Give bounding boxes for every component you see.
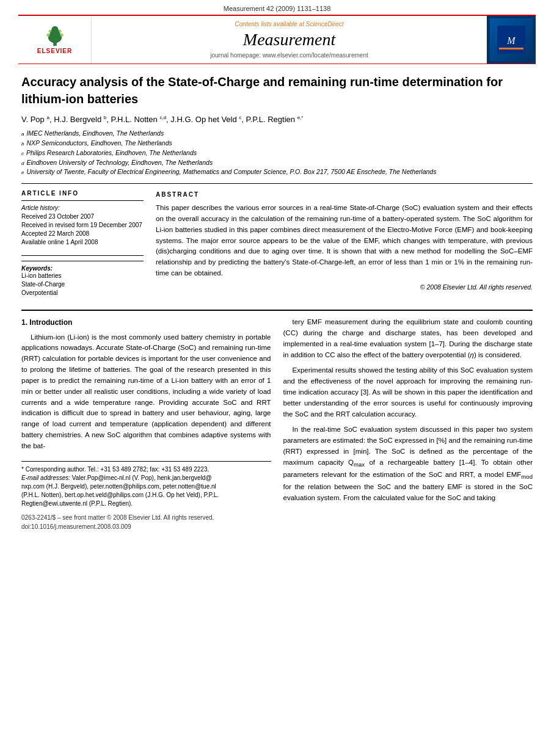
keyword-1: Li-ion batteries (21, 272, 144, 280)
keywords-section: Keywords: Li-ion batteries State-of-Char… (21, 261, 144, 297)
body-col1-para1: Lithium-ion (Li-ion) is the most commonl… (21, 332, 271, 452)
contents-label: Contents lists available at (235, 21, 304, 27)
science-direct-link: Contents lists available at ScienceDirec… (235, 21, 344, 27)
affiliation-b: b NXP Semiconductors, Eindhoven, The Net… (21, 139, 533, 148)
elsevier-logo-area: ELSEVIER (18, 16, 92, 64)
bottom-meta: 0263-2241/$ – see front matter © 2008 El… (21, 513, 271, 532)
aff-d-text: Eindhoven University of Technology, Eind… (26, 158, 213, 168)
svg-text:M: M (506, 35, 516, 46)
body-col2-para2: Experimental results showed the testing … (283, 365, 533, 420)
abstract-label: ABSTRACT (156, 190, 533, 199)
article-title: Accuracy analysis of the State-of-Charge… (21, 73, 533, 107)
history-section: Article history: Received 23 October 200… (21, 205, 144, 247)
journal-ref: Measurement 42 (2009) 1131–1138 (224, 5, 331, 12)
revised-date: Received in revised form 19 December 200… (21, 221, 144, 230)
svg-point-5 (60, 34, 64, 37)
elsevier-tree-icon (40, 25, 70, 46)
body-section: 1. Introduction Lithium-ion (Li-ion) is … (21, 310, 533, 532)
body-two-col: 1. Introduction Lithium-ion (Li-ion) is … (21, 317, 533, 532)
top-meta: Measurement 42 (2009) 1131–1138 (0, 0, 554, 15)
doi-line: doi:10.1016/j.measurement.2008.03.009 (21, 522, 271, 532)
article-info-col: ARTICLE INFO Article history: Received 2… (21, 190, 144, 297)
keywords-label: Keywords: (21, 265, 144, 272)
authors-line: V. Pop a, H.J. Bergveld b, P.H.L. Notten… (21, 115, 533, 124)
svg-point-3 (51, 26, 58, 33)
history-label: Article history: (21, 205, 144, 211)
svg-point-4 (46, 34, 50, 37)
footnote-star: * Corresponding author. Tel.: +31 53 489… (21, 465, 271, 474)
journal-logo-box: M (490, 18, 533, 61)
abstract-text: This paper describes the various error s… (156, 203, 533, 279)
svg-point-7 (58, 30, 61, 33)
affiliation-a: a IMEC Netherlands, Eindhoven, The Nethe… (21, 129, 533, 139)
journal-title: Measurement (243, 30, 335, 49)
affiliation-c: c Philips Research Laboratories, Eindhov… (21, 148, 533, 158)
banner-right: M (487, 16, 536, 64)
affiliation-d: d Eindhoven University of Technology, Ei… (21, 158, 533, 168)
aff-b-text: NXP Semiconductors, Eindhoven, The Nethe… (26, 139, 172, 148)
body-left-col: 1. Introduction Lithium-ion (Li-ion) is … (21, 317, 271, 532)
accepted-date: Accepted 22 March 2008 (21, 230, 144, 238)
aff-e-text: University of Twente, Faculty of Electri… (26, 167, 436, 177)
elsevier-text: ELSEVIER (37, 48, 72, 54)
received-date: Received 23 October 2007 (21, 213, 144, 221)
footnote-area: * Corresponding author. Tel.: +31 53 489… (21, 461, 271, 508)
main-content: Accuracy analysis of the State-of-Charge… (0, 64, 554, 544)
copyright-line: © 2008 Elsevier Ltd. All rights reserved… (156, 283, 533, 293)
body-col2-para1: tery EMF measurement during the equilibr… (283, 317, 533, 360)
banner-center: Contents lists available at ScienceDirec… (92, 16, 487, 64)
footnote-emails: E-mail addresses: Valer.Pop@imec-nl.nl (… (21, 474, 271, 508)
elsevier-logo: ELSEVIER (27, 23, 82, 57)
svg-rect-10 (499, 48, 523, 49)
body-col2-para3: In the real-time SoC evaluation system d… (283, 424, 533, 503)
page: Measurement 42 (2009) 1131–1138 ELSEVIER (0, 0, 554, 756)
section1-heading: 1. Introduction (21, 317, 271, 329)
article-info-abstract: ARTICLE INFO Article history: Received 2… (21, 190, 533, 297)
affiliation-e: e University of Twente, Faculty of Elect… (21, 167, 533, 177)
aff-a-text: IMEC Netherlands, Eindhoven, The Netherl… (26, 129, 164, 139)
journal-homepage: journal homepage: www.elsevier.com/locat… (210, 52, 368, 59)
divider (21, 183, 533, 184)
journal-banner: ELSEVIER Contents lists available at Sci… (18, 15, 536, 64)
aff-c-text: Philips Research Laboratories, Eindhoven… (26, 148, 197, 158)
keyword-2: State-of-Charge (21, 280, 144, 289)
abstract-col: ABSTRACT This paper describes the variou… (156, 190, 533, 297)
journal-logo-icon: M (496, 24, 527, 55)
affiliations: a IMEC Netherlands, Eindhoven, The Nethe… (21, 129, 533, 177)
article-info-box: Article history: Received 23 October 200… (21, 200, 144, 256)
body-right-col: tery EMF measurement during the equilibr… (283, 317, 533, 532)
authors-text: V. Pop a, H.J. Bergveld b, P.H.L. Notten… (21, 115, 303, 124)
svg-point-6 (48, 30, 51, 33)
science-direct-name: ScienceDirect (306, 21, 344, 27)
keyword-3: Overpotential (21, 289, 144, 297)
article-info-label: ARTICLE INFO (21, 190, 144, 197)
issn-line: 0263-2241/$ – see front matter © 2008 El… (21, 513, 271, 523)
online-date: Available online 1 April 2008 (21, 238, 144, 247)
